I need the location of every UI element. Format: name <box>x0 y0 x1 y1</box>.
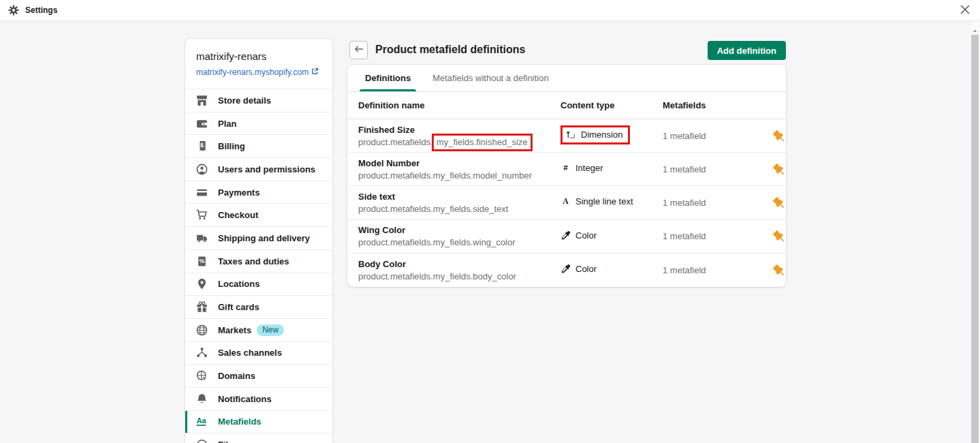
settings-title-bar: Settings <box>0 0 980 21</box>
store-header: matrixify-renars matrixify-renars.myshop… <box>185 39 332 89</box>
tab-metafields-without-definition[interactable]: Metafields without a definition <box>422 65 560 91</box>
svg-text:A: A <box>563 198 569 207</box>
sidebar-item-plan[interactable]: Plan <box>185 112 332 135</box>
column-header-definition-name: Definition name <box>358 100 560 110</box>
definition-name: Wing Color <box>358 225 560 235</box>
sidebar-item-payments[interactable]: Payments <box>185 181 332 204</box>
definitions-card: Definitions Metafields without a definit… <box>347 65 786 287</box>
color-icon <box>560 264 571 274</box>
metafields-count: 1 metafield <box>663 231 773 241</box>
column-header-content-type: Content type <box>560 100 663 110</box>
new-badge: New <box>257 324 284 336</box>
content-type: # Integer <box>560 163 603 173</box>
table-header-row: Definition name Content type Metafields <box>347 92 786 119</box>
annotation-box-key: my_fields.finished_size <box>432 134 533 151</box>
scrollbar-thumb[interactable] <box>971 35 979 443</box>
sidebar-item-checkout[interactable]: Checkout <box>185 203 332 226</box>
table-row[interactable]: Finished Size product.metafields.my_fiel… <box>347 119 786 153</box>
page-scrollbar[interactable] <box>970 21 980 443</box>
settings-sidebar: matrixify-renars matrixify-renars.myshop… <box>185 39 332 443</box>
table-row[interactable]: Model Number product.metafields.my_field… <box>347 153 786 186</box>
column-header-metafields: Metafields <box>663 100 773 110</box>
definition-key: product.metafields.my_fields.side_text <box>358 204 560 214</box>
page-title: Product metafield definitions <box>375 44 525 56</box>
content-type: A Single line text <box>560 196 633 207</box>
gift-icon <box>196 301 208 313</box>
definition-key: product.metafields.my_fields.wing_color <box>358 237 560 247</box>
svg-text:%: % <box>199 258 204 264</box>
pin-icon[interactable] <box>773 164 785 175</box>
pin-icon[interactable] <box>773 197 785 209</box>
table-row[interactable]: Side text product.metafields.my_fields.s… <box>347 186 786 219</box>
pin-icon[interactable] <box>773 264 785 276</box>
user-icon <box>196 164 208 175</box>
sidebar-item-metafields[interactable]: Aa Metafields <box>185 410 332 433</box>
metafields-count: 1 metafield <box>663 198 773 208</box>
content-type: Color <box>560 230 597 241</box>
wallet-icon <box>196 118 208 129</box>
sidebar-item-locations[interactable]: Locations <box>185 273 332 296</box>
definition-key: product.metafields.my_fields.model_numbe… <box>358 170 560 181</box>
tab-bar: Definitions Metafields without a definit… <box>347 65 786 92</box>
sidebar-item-shipping-and-delivery[interactable]: Shipping and delivery <box>185 226 332 249</box>
sidebar-item-taxes-and-duties[interactable]: % Taxes and duties <box>185 249 332 273</box>
content-type: Color <box>560 264 597 274</box>
sidebar-item-notifications[interactable]: Notifications <box>185 387 332 410</box>
billing-icon: $ <box>196 140 208 152</box>
definition-key: product.metafields.my_fields.finished_si… <box>358 137 560 147</box>
pin-icon[interactable] <box>773 230 785 242</box>
scroll-up-icon[interactable] <box>972 25 978 31</box>
sidebar-item-gift-cards[interactable]: Gift cards <box>185 295 332 318</box>
dimension-icon <box>566 129 576 140</box>
window-title: Settings <box>25 5 57 15</box>
metafields-count: 1 metafield <box>663 131 773 141</box>
svg-text:#: # <box>563 164 568 172</box>
cart-icon <box>196 209 208 221</box>
definition-key: product.metafields.my_fields.body_color <box>358 271 560 281</box>
metafields-icon: Aa <box>196 416 208 427</box>
integer-icon: # <box>560 163 571 173</box>
sidebar-item-files[interactable]: Files <box>185 433 332 443</box>
channels-icon <box>196 347 208 358</box>
store-url-link[interactable]: matrixify-renars.myshopify.com <box>196 67 321 78</box>
text-icon: A <box>560 196 571 207</box>
settings-nav: Store details Plan $ Billing Users and p… <box>185 89 332 443</box>
location-icon <box>196 278 208 290</box>
close-button[interactable] <box>958 4 971 17</box>
domains-icon <box>196 370 208 382</box>
sidebar-item-users-and-permissions[interactable]: Users and permissions <box>185 157 332 181</box>
bell-icon <box>196 393 208 405</box>
pin-icon[interactable] <box>773 130 785 142</box>
page-header: Product metafield definitions Add defini… <box>347 41 786 60</box>
tab-definitions[interactable]: Definitions <box>354 65 422 91</box>
store-name: matrixify-renars <box>196 50 321 63</box>
sidebar-item-markets[interactable]: Markets New <box>185 318 332 341</box>
truck-icon <box>196 232 208 244</box>
gear-icon <box>8 5 19 16</box>
sidebar-item-billing[interactable]: $ Billing <box>185 134 332 157</box>
svg-text:$: $ <box>200 142 204 149</box>
definition-name: Side text <box>358 192 560 202</box>
definitions-table-body: Finished Size product.metafields.my_fiel… <box>347 119 786 287</box>
back-arrow-icon <box>354 44 364 57</box>
back-button[interactable] <box>349 41 368 59</box>
payments-icon <box>196 187 208 198</box>
definition-name: Model Number <box>358 158 560 168</box>
globe-icon <box>196 324 208 336</box>
metafields-count: 1 metafield <box>663 164 773 174</box>
taxes-icon: % <box>196 256 208 267</box>
files-icon <box>196 439 208 443</box>
sidebar-item-store-details[interactable]: Store details <box>185 89 332 112</box>
color-icon <box>560 230 571 241</box>
sidebar-item-domains[interactable]: Domains <box>185 364 332 387</box>
close-icon <box>960 4 970 17</box>
table-row[interactable]: Body Color product.metafields.my_fields.… <box>347 254 786 287</box>
annotation-box-content-type: Dimension <box>560 125 630 144</box>
table-row[interactable]: Wing Color product.metafields.my_fields.… <box>347 220 786 254</box>
definition-name: Body Color <box>358 259 560 269</box>
add-definition-button[interactable]: Add definition <box>708 41 786 60</box>
storefront-icon <box>196 95 208 106</box>
sidebar-item-sales-channels[interactable]: Sales channels <box>185 341 332 365</box>
svg-text:Aa: Aa <box>197 417 207 425</box>
external-link-icon <box>311 67 319 78</box>
